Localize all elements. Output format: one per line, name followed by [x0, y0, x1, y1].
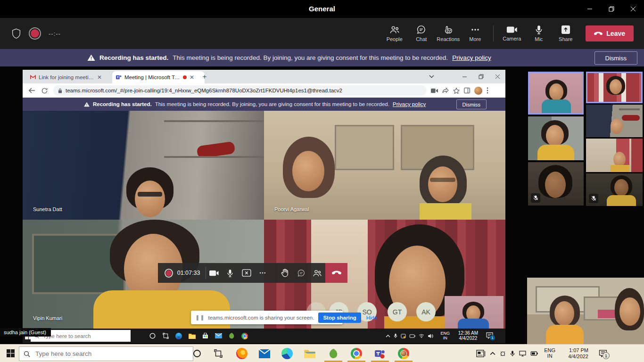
teams-app-icon[interactable] [371, 345, 389, 362]
browser-profile-avatar[interactable] [474, 87, 482, 95]
search-icon [24, 351, 30, 357]
reactions-button[interactable]: Reactions [435, 18, 462, 49]
more-icon[interactable] [255, 263, 271, 283]
side-panel-icon[interactable] [464, 88, 470, 93]
back-icon[interactable] [29, 88, 35, 93]
host-notification-icon[interactable]: 1 [599, 350, 607, 357]
tab-close-icon[interactable]: ✕ [190, 74, 194, 81]
roster-video[interactable] [528, 72, 584, 115]
people-button[interactable]: People [381, 18, 408, 49]
url-field[interactable]: teams.microsoft.com/_#/pre-join-calling/… [53, 85, 427, 96]
hide-toast-button[interactable]: Hide [366, 315, 378, 321]
sharing-message: teams.microsoft.com is sharing your scre… [208, 315, 314, 321]
cortana-icon[interactable] [146, 329, 158, 343]
file-explorer-icon[interactable] [186, 329, 198, 343]
privacy-policy-link[interactable]: Privacy policy [452, 54, 491, 61]
roster-video[interactable] [586, 105, 643, 137]
roster-video[interactable] [586, 139, 643, 172]
task-view-icon[interactable] [159, 329, 172, 343]
edge-icon[interactable] [173, 329, 185, 343]
mail-icon[interactable] [212, 329, 224, 343]
bookmark-star-icon[interactable] [453, 88, 460, 94]
shared-clock[interactable]: 12:36 AM4/4/2022 [458, 330, 478, 341]
mail-icon[interactable] [255, 345, 274, 362]
video-scene [549, 83, 563, 100]
host-search-box[interactable] [19, 346, 193, 361]
participant-video: Poorvi Agarwal [264, 111, 505, 220]
stop-share-icon[interactable] [239, 263, 255, 283]
inner-dismiss-button[interactable]: Dismiss [456, 99, 487, 109]
new-tab-button[interactable]: ＋ [201, 72, 208, 81]
roster-video[interactable] [528, 116, 584, 160]
browser-tab-gmail[interactable]: Link for joining meeting - jsudha ✕ [26, 71, 118, 83]
chat-icon [416, 25, 426, 34]
roster-video[interactable] [586, 72, 643, 103]
host-clock[interactable]: 1:07 PM4/4/2022 [568, 347, 588, 360]
camera-button[interactable]: Camera [498, 18, 525, 49]
recording-indicator-icon [165, 269, 173, 278]
task-view-icon[interactable] [209, 345, 228, 362]
hangup-button[interactable] [325, 263, 347, 283]
lock-icon [58, 88, 62, 93]
edge-icon[interactable] [278, 345, 297, 362]
presenter-name-label: sudha jain (Guest) [0, 328, 51, 337]
roster-video-large[interactable] [527, 278, 644, 344]
shared-notification-icon[interactable]: 1 [486, 332, 493, 339]
corel-app-icon[interactable] [324, 345, 343, 362]
chrome-icon[interactable] [347, 345, 366, 362]
shared-search-input[interactable] [42, 333, 115, 339]
privacy-policy-link[interactable]: Privacy policy [393, 101, 426, 107]
host-search-input[interactable] [34, 350, 173, 358]
roster-video[interactable] [528, 162, 584, 206]
firefox-icon[interactable] [232, 345, 251, 362]
video-scene [619, 108, 640, 110]
video-scene [335, 125, 394, 170]
stop-sharing-button[interactable]: Stop sharing [318, 313, 361, 323]
video-scene [607, 195, 636, 206]
shield-icon [11, 28, 21, 39]
people-icon[interactable] [309, 263, 325, 283]
cortana-icon[interactable] [188, 345, 206, 362]
more-button[interactable]: More [462, 18, 488, 49]
green-app-icon[interactable] [225, 329, 238, 343]
close-button[interactable] [622, 0, 644, 18]
reload-icon[interactable] [41, 88, 48, 94]
mic-button[interactable]: Mic [525, 18, 552, 49]
file-explorer-icon[interactable] [300, 345, 319, 362]
tab-search-chevron-icon[interactable] [423, 70, 439, 83]
browser-menu-kebab-icon[interactable] [487, 87, 488, 94]
restore-button[interactable] [601, 0, 622, 18]
browser-close-button[interactable] [489, 70, 505, 83]
chrome-icon[interactable] [239, 329, 251, 343]
host-system-tray [476, 345, 538, 362]
send-tab-icon[interactable] [442, 88, 449, 93]
tab-close-icon[interactable]: ✕ [97, 74, 102, 81]
browser-minimize-button[interactable] [456, 70, 472, 83]
shared-language-indicator[interactable]: ENGIN [440, 331, 450, 340]
minimize-button[interactable] [579, 0, 601, 18]
chrome-profile-icon[interactable] [394, 345, 413, 362]
browser-restore-button[interactable] [473, 70, 489, 83]
host-language-indicator[interactable]: ENGIN [544, 347, 555, 359]
browser-tab-teams[interactable]: Meeting | Microsoft Teams ✕ [112, 71, 205, 83]
raise-hand-icon[interactable] [277, 263, 293, 283]
url-text: teams.microsoft.com/_#/pre-join-calling/… [66, 88, 342, 93]
store-icon[interactable] [199, 329, 211, 343]
start-button[interactable] [7, 349, 15, 357]
chat-icon[interactable] [293, 263, 309, 283]
tab-recording-dot [183, 75, 187, 79]
shared-system-tray [386, 329, 433, 343]
roster-video[interactable] [586, 173, 643, 206]
camera-icon [506, 25, 518, 34]
shared-screen-taskbar: ENGIN 12:36 AM4/4/2022 1 [23, 329, 505, 343]
shared-screen: Link for joining meeting - jsudha ✕ Meet… [23, 70, 505, 343]
mic-icon[interactable] [222, 263, 238, 283]
leave-button[interactable]: Leave [586, 25, 634, 41]
camera-icon[interactable] [206, 263, 222, 283]
dismiss-button[interactable]: Dismiss [594, 51, 638, 65]
tab-camera-icon[interactable] [431, 88, 438, 93]
pause-sharing-icon[interactable]: ❚❚ [195, 314, 205, 321]
chat-button[interactable]: Chat [408, 18, 435, 49]
share-button[interactable]: Share [552, 18, 579, 49]
video-scene [122, 167, 178, 220]
